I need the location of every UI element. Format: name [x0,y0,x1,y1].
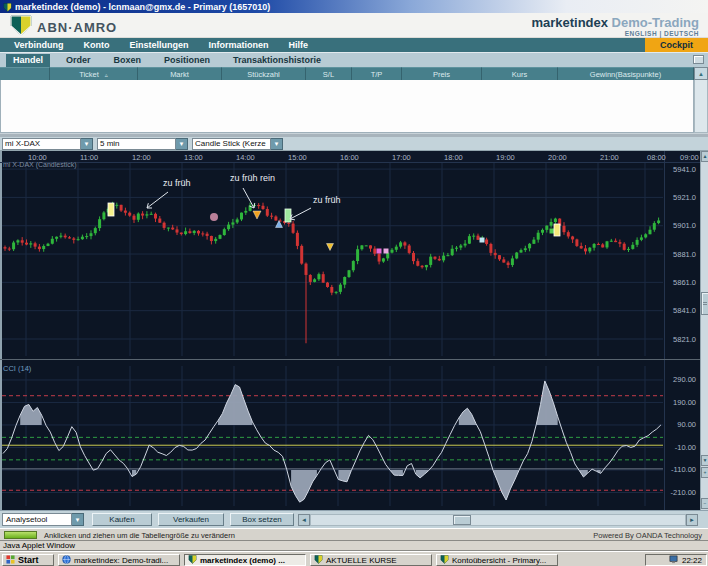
tab-transaktionshistorie[interactable]: Transaktionshistorie [226,54,328,67]
windows-taskbar: Start marketindex: Demo-tradi...marketin… [0,551,708,566]
chart-type-select[interactable]: Candle Stick (Kerze ▼ [192,138,283,150]
chart-type-select-value[interactable]: Candle Stick (Kerze [192,138,271,150]
svg-text:290.00: 290.00 [673,375,696,384]
sell-button[interactable]: Verkaufen [158,513,224,526]
svg-text:17:00: 17:00 [392,153,411,162]
svg-text:21:00: 21:00 [600,153,619,162]
svg-text:16:00: 16:00 [340,153,359,162]
svg-text:11:00: 11:00 [80,153,98,162]
tab-positionen[interactable]: Positionen [157,54,217,67]
chart-zoom-in-button[interactable]: + [701,467,708,478]
svg-text:5881.0: 5881.0 [673,250,696,259]
analysetool-select-value[interactable]: Analysetool [2,513,72,526]
chart-scrollbar-thumb[interactable] [701,292,708,315]
svg-text:09:00: 09:00 [680,153,699,162]
price-chart-canvas[interactable]: 10:0011:0012:0013:0014:0015:0016:0017:00… [0,151,700,510]
panel-restore-icon[interactable] [693,55,704,64]
chart-zoom-out-button[interactable]: − [701,498,708,509]
taskbar-task-marketindex-demo[interactable]: marketindex (demo) ... [184,554,306,566]
network-monitor-icon[interactable] [669,555,678,566]
column-header-preis[interactable]: Preis [402,67,482,80]
tab-order[interactable]: Order [59,54,98,67]
table-scroll-up-button[interactable]: ▲ [694,67,708,80]
menu-konto[interactable]: Konto [84,40,110,50]
buy-button[interactable]: Kaufen [92,513,152,526]
shield-icon [440,555,449,566]
svg-text:19:00: 19:00 [496,153,515,162]
chart-scroll-left-button[interactable]: ◄ [298,514,310,526]
system-tray: 22:22 [645,554,707,566]
resize-grip-swatch[interactable] [4,531,37,539]
chart-horizontal-scrollbar[interactable] [310,514,686,526]
chart-panel: 10:0011:0012:0013:0014:0015:0016:0017:00… [0,151,700,510]
chart-scroll-up-button[interactable]: ▲ [701,151,708,162]
svg-text:13:00: 13:00 [184,153,203,162]
abn-amro-wordmark: ABN·AMRO [37,20,117,35]
menu-hilfe[interactable]: Hilfe [289,40,309,50]
powered-by-text: Powered By OANDA Technology [593,531,702,540]
chevron-down-icon[interactable]: ▼ [176,138,188,150]
task-buttons: marketindex: Demo-tradi...marketindex (d… [0,552,708,566]
interval-select-value[interactable]: 5 min [97,138,176,150]
menu-verbindung[interactable]: Verbindung [14,40,64,50]
demo-trading-text: Demo-Trading [608,15,699,30]
shield-icon [314,555,323,566]
analysetool-select[interactable]: Analysetool ▼ [2,513,84,526]
sort-asc-icon: ▵ [105,71,108,78]
svg-text:18:00: 18:00 [444,153,463,162]
taskbar-clock[interactable]: 22:22 [682,556,702,565]
svg-text:20:00: 20:00 [548,153,567,162]
column-header-gewinn-basispunkte[interactable]: Gewinn(Basispunkte) [558,67,694,80]
chart-scroll-right-button[interactable]: ► [686,514,698,526]
language-switch[interactable]: ENGLISH | DEUTSCH [625,30,699,37]
set-box-button[interactable]: Box setzen [230,513,294,526]
tab-bar: HandelOrderBoxenPositionenTransaktionshi… [0,52,708,67]
application-window: marketindex (demo) - lcnmaan@gmx.de - Pr… [0,0,708,566]
chart-scroll-down-button[interactable]: ▼ [701,455,708,466]
taskbar-task-aktuelle-kurse[interactable]: AKTUELLE KURSE [310,554,432,566]
chart-hscrollbar-thumb[interactable] [453,515,471,525]
svg-text:15:00: 15:00 [288,153,307,162]
svg-text:5841.0: 5841.0 [673,306,696,315]
interval-select[interactable]: 5 min ▼ [97,138,188,150]
chevron-down-icon[interactable]: ▼ [271,138,283,150]
svg-text:190.00: 190.00 [673,398,696,407]
window-title: marketindex (demo) - lcnmaan@gmx.de - Pr… [15,2,270,12]
column-header-markt[interactable]: Markt [138,67,222,80]
svg-text:5861.0: 5861.0 [673,278,696,287]
symbol-select-value[interactable]: mi X-DAX [2,138,81,150]
column-header-kurs[interactable]: Kurs [482,67,558,80]
column-header-t-p[interactable]: T/P [352,67,402,80]
menu-informationen[interactable]: Informationen [209,40,269,50]
tab-handel[interactable]: Handel [6,54,50,67]
svg-text:mi X-DAX (Candlestick): mi X-DAX (Candlestick) [3,161,77,169]
tab-boxen[interactable]: Boxen [107,54,149,67]
table-vertical-scrollbar[interactable] [694,80,708,133]
taskbar-task-marketindex-demo-tradi[interactable]: marketindex: Demo-tradi... [58,554,180,566]
column-header-ticket[interactable]: Ticket▵ [50,67,138,80]
svg-text:08:00: 08:00 [647,153,666,162]
orders-table-header: Ticket▵MarktStückzahlS/LT/PPreisKursGewi… [0,67,694,80]
svg-text:-110.00: -110.00 [671,465,696,474]
chevron-down-icon[interactable]: ▼ [72,513,84,526]
svg-text:5941.0: 5941.0 [673,165,696,174]
orders-table-body[interactable] [0,80,694,133]
svg-text:CCI (14): CCI (14) [3,364,32,373]
window-titlebar[interactable]: marketindex (demo) - lcnmaan@gmx.de - Pr… [0,0,708,13]
svg-text:zu früh: zu früh [163,178,191,188]
applet-status-bar: Anklicken und ziehen um die Tabellengröß… [0,528,708,540]
svg-text:14:00: 14:00 [236,153,255,162]
cockpit-button[interactable]: Cockpit [645,38,708,52]
marketindex-logo: marketindex Demo-Trading [531,15,699,30]
taskbar-task-konto-bersicht-primary[interactable]: Kontoübersicht - Primary... [436,554,558,566]
chart-toolbar: mi X-DAX ▼ 5 min ▼ Candle Stick (Kerze ▼ [0,137,708,151]
java-applet-window-label: Java Applet Window [3,541,75,550]
column-header-st-ckzahl[interactable]: Stückzahl [222,67,306,80]
column-header-s-l[interactable]: S/L [306,67,352,80]
column-header-blank[interactable] [0,67,50,80]
svg-text:5821.0: 5821.0 [673,335,696,344]
chart-vertical-scrollbar[interactable]: ▲ ▼ + − [700,151,708,510]
symbol-select[interactable]: mi X-DAX ▼ [2,138,93,150]
menu-einstellungen[interactable]: Einstellungen [130,40,189,50]
chevron-down-icon[interactable]: ▼ [81,138,93,150]
